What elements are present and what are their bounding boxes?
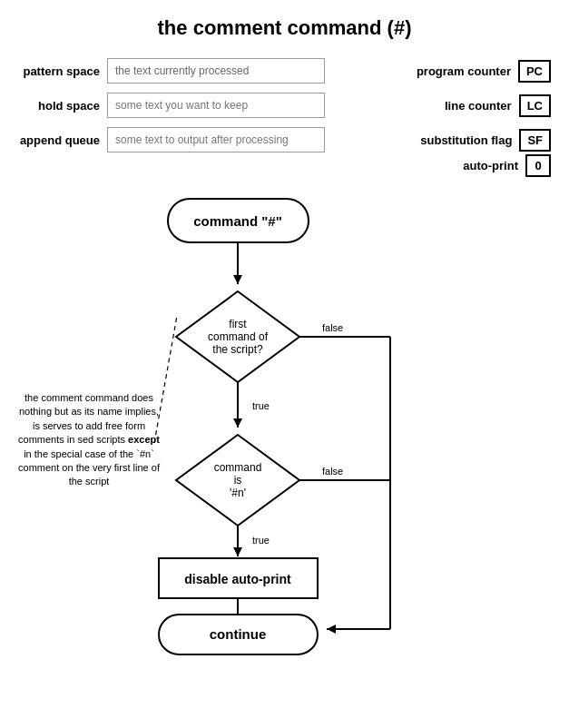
svg-text:command "#": command "#"	[193, 213, 282, 229]
page-title: the comment command (#)	[0, 0, 569, 49]
svg-text:false: false	[322, 466, 343, 477]
svg-text:command: command	[214, 461, 262, 474]
svg-marker-20	[233, 547, 242, 556]
svg-marker-29	[327, 625, 336, 634]
flowchart-area: command "#" first command of the script?…	[0, 184, 569, 656]
substitution-flag-label: substitution flag	[420, 133, 512, 147]
append-queue-input[interactable]	[107, 127, 325, 152]
svg-marker-3	[233, 275, 242, 284]
svg-text:true: true	[252, 400, 270, 411]
program-counter-badge: PC	[518, 60, 551, 83]
pattern-space-input[interactable]	[107, 58, 325, 84]
svg-text:'#n': '#n'	[230, 487, 246, 499]
annotation-text: the comment command does nothing but as …	[16, 391, 162, 489]
substitution-flag-badge: SF	[519, 129, 551, 152]
pattern-space-label: pattern space	[18, 64, 100, 78]
svg-text:disable auto-print: disable auto-print	[184, 572, 291, 586]
auto-print-value: 0	[525, 154, 551, 177]
auto-print-label: auto-print	[463, 159, 518, 172]
hold-space-input[interactable]	[107, 93, 325, 118]
line-counter-badge: LC	[519, 94, 551, 117]
svg-text:the script?: the script?	[212, 343, 263, 356]
svg-text:continue: continue	[210, 626, 267, 642]
svg-marker-11	[233, 418, 242, 428]
hold-space-label: hold space	[18, 99, 100, 113]
svg-text:first: first	[229, 318, 247, 330]
append-queue-label: append queue	[18, 133, 100, 147]
svg-text:command of: command of	[208, 330, 269, 343]
svg-text:true: true	[252, 535, 270, 546]
svg-text:false: false	[322, 322, 343, 333]
line-counter-label: line counter	[445, 99, 512, 113]
svg-text:is: is	[234, 474, 242, 487]
program-counter-label: program counter	[417, 64, 511, 78]
